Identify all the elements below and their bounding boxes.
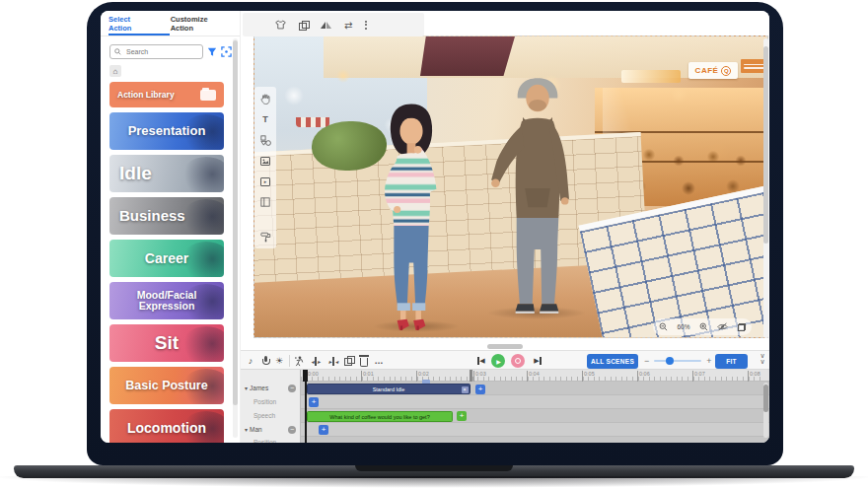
timeline-ruler[interactable]: 0:00 0:01 0:02 0:03 0:04 0:05 0:06 0:07 …: [241, 370, 769, 382]
ruler-label: 0:00: [308, 371, 319, 377]
props-tool-icon[interactable]: [259, 134, 271, 146]
home-button[interactable]: ⌂: [109, 65, 121, 77]
library-item-career[interactable]: Career: [109, 240, 224, 277]
all-scenes-button[interactable]: ALL SCENES: [587, 354, 638, 369]
action-clip[interactable]: Standard Idle ×: [307, 384, 470, 394]
zoom-slider-track[interactable]: [654, 360, 701, 362]
library-item-basic-posture[interactable]: Basic Posture: [109, 367, 224, 404]
image-tool-icon[interactable]: [259, 155, 271, 167]
add-man-clip-button[interactable]: +: [319, 425, 328, 435]
viewport-scrollbar-thumb[interactable]: [763, 46, 768, 244]
remove-track-man[interactable]: −: [288, 426, 296, 434]
scene-canvas[interactable]: CAFÉ Q: [253, 35, 768, 338]
media-tool-icon[interactable]: ▸: [259, 175, 271, 187]
microphone-icon[interactable]: [259, 351, 271, 371]
cafe-logo: Q: [721, 66, 731, 76]
timeline-scrollbar-thumb[interactable]: [763, 385, 768, 412]
swap-icon[interactable]: ⇄: [344, 20, 352, 31]
more-icon[interactable]: …: [373, 351, 385, 371]
track-name-speech[interactable]: Speech: [253, 412, 275, 419]
search-icon: [114, 48, 121, 55]
track-name-james[interactable]: ▾James: [245, 385, 268, 391]
laptop-shadow: [0, 476, 868, 490]
filter-icon[interactable]: [207, 47, 217, 57]
action-clip-label: Standard Idle: [373, 386, 405, 392]
panel-scrollbar-thumb[interactable]: [233, 40, 238, 405]
pan-hand-icon[interactable]: [259, 93, 271, 105]
timeline-scrollbar[interactable]: [763, 383, 768, 438]
library-item-label: Business: [109, 208, 224, 223]
panel-tabs: Select Action Customize Action: [101, 11, 240, 36]
wardrobe-icon[interactable]: [275, 20, 286, 30]
collapse-timeline-icon[interactable]: ∨∨: [757, 353, 768, 365]
zoom-slider-minus[interactable]: −: [644, 356, 649, 366]
skip-end-button[interactable]: ▶: [532, 351, 543, 371]
add-action-clip-button[interactable]: +: [475, 385, 485, 394]
track-name-man[interactable]: ▾Man: [245, 426, 262, 433]
panel-resize-handle[interactable]: [487, 344, 523, 349]
cafe-sign: CAFÉ Q: [688, 62, 738, 79]
scene-pages-icon[interactable]: [259, 196, 271, 208]
track-row-man[interactable]: [301, 423, 769, 437]
track-name-position[interactable]: Position: [253, 398, 276, 405]
play-button[interactable]: ▶: [491, 354, 505, 368]
ruler-label: 0:07: [694, 371, 705, 377]
clip-close-icon[interactable]: ×: [462, 386, 469, 393]
content-thumbnail-icon[interactable]: [253, 20, 262, 30]
search-input[interactable]: [124, 47, 193, 56]
ruler-label: 0:04: [529, 371, 540, 377]
motion-icon[interactable]: [292, 351, 306, 371]
remove-track-james[interactable]: −: [288, 385, 296, 392]
ruler-label: 0:02: [418, 371, 429, 377]
fit-view-icon[interactable]: [221, 46, 232, 57]
paint-roller-icon[interactable]: [259, 231, 271, 243]
end-frame-marker[interactable]: [470, 370, 472, 382]
zoom-out-icon[interactable]: [659, 322, 668, 331]
fit-button[interactable]: FIT: [715, 354, 748, 369]
timeline: 0:00 0:01 0:02 0:03 0:04 0:05 0:06 0:07 …: [241, 370, 769, 443]
more-menu-icon[interactable]: [365, 21, 367, 30]
tab-select-action[interactable]: Select Action: [101, 15, 163, 33]
action-library-list: Action Library Presentation Idle Busines…: [109, 82, 224, 443]
panel-scrollbar[interactable]: [233, 38, 238, 438]
zoom-level: 60%: [677, 323, 689, 330]
zoom-in-icon[interactable]: [699, 322, 708, 331]
record-stop-button[interactable]: [511, 354, 525, 368]
library-item-idle[interactable]: Idle: [109, 155, 224, 192]
cafe-sign-text: CAFÉ: [695, 66, 719, 75]
delete-icon[interactable]: [358, 351, 370, 371]
library-item-mood-facial[interactable]: Mood/Facial Expression: [109, 282, 224, 319]
add-speech-clip-button[interactable]: +: [457, 411, 467, 421]
zoom-slider-plus[interactable]: +: [706, 356, 711, 366]
search-box[interactable]: [109, 44, 203, 59]
playhead-handle[interactable]: [303, 370, 308, 382]
library-header[interactable]: Action Library: [109, 82, 224, 107]
text-tool-icon[interactable]: T: [259, 113, 271, 125]
flip-horizontal-icon[interactable]: [321, 22, 331, 29]
add-position-key-button[interactable]: +: [309, 397, 319, 407]
library-item-sit[interactable]: Sit: [109, 324, 224, 362]
speech-clip[interactable]: What kind of coffee would you like to ge…: [307, 411, 453, 422]
transition-right-icon[interactable]: ▸◂: [326, 351, 340, 371]
duplicate-clip-icon[interactable]: [344, 356, 354, 366]
woman-character[interactable]: [369, 100, 454, 330]
hide-ui-eye-icon[interactable]: [717, 322, 728, 331]
tab-customize-action[interactable]: Customize Action: [163, 15, 240, 33]
audio-icon[interactable]: ♪: [245, 351, 256, 371]
track-name-man-position[interactable]: Position: [253, 439, 276, 443]
zoom-slider-handle[interactable]: [666, 357, 674, 365]
transition-left-icon[interactable]: ◂▸: [309, 351, 323, 371]
face-expression-icon[interactable]: ☀: [273, 351, 285, 371]
restore-view-icon[interactable]: [738, 323, 746, 331]
track-row-man-position[interactable]: [301, 437, 769, 443]
library-item-locomotion[interactable]: Locomotion: [109, 409, 224, 443]
track-row-position[interactable]: [301, 395, 769, 409]
viewport-scrollbar[interactable]: [763, 38, 768, 338]
library-item-business[interactable]: Business: [109, 197, 224, 235]
duplicate-icon[interactable]: [299, 21, 308, 30]
skip-start-button[interactable]: ◀: [475, 351, 487, 371]
panel-resize-band: [241, 342, 769, 350]
laptop-base-notch: [355, 465, 513, 471]
library-item-presentation[interactable]: Presentation: [109, 112, 224, 150]
man-character[interactable]: [489, 75, 586, 315]
